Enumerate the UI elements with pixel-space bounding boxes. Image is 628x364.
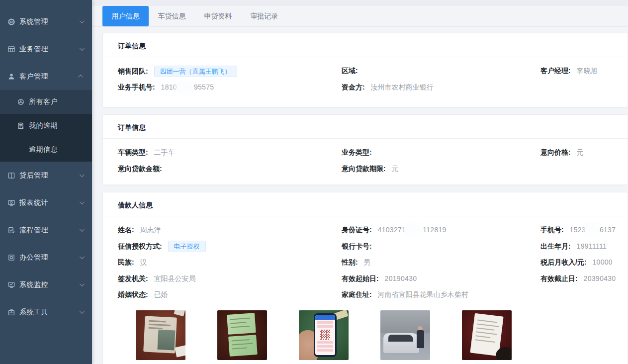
- sidebar-item-system-monitor[interactable]: 系统监控: [0, 271, 92, 298]
- redaction-blur: [178, 83, 193, 91]
- tab-user-info[interactable]: 用户信息: [102, 6, 149, 26]
- sidebar-item-label: 系统工具: [19, 308, 48, 317]
- sidebar-item-business-mgmt[interactable]: 业务管理: [0, 35, 92, 63]
- chevron-down-icon: [80, 309, 85, 314]
- sidebar-item-label: 所有客户: [29, 97, 58, 106]
- field-credit-auth: 征信授权方式: 电子授权: [118, 241, 342, 252]
- field-value: 已婚: [154, 290, 168, 298]
- sidebar-item-label: 客户管理: [19, 72, 48, 81]
- field-value: 19911111: [577, 242, 607, 250]
- sidebar-item-label: 系统监控: [19, 280, 48, 289]
- sidebar: 系统管理 业务管理 客户管理 所有客户: [0, 0, 92, 364]
- field-bank-card: 银行卡号:: [342, 242, 540, 251]
- field-value: 元: [392, 165, 399, 173]
- sidebar-item-system-mgmt[interactable]: 系统管理: [0, 8, 92, 35]
- field-value: 二手车: [154, 148, 175, 156]
- car-person-photo[interactable]: [380, 310, 430, 360]
- field-value-prefix: 4103271: [378, 226, 406, 234]
- paper-document-photo[interactable]: [462, 310, 512, 360]
- field-label: 民族:: [118, 258, 134, 266]
- sidebar-item-customer-mgmt[interactable]: 客户管理: [0, 63, 92, 90]
- customer-mgmt-submenu: 所有客户 我的逾期 逾期信息: [0, 90, 92, 162]
- field-value-suffix: 6137: [600, 226, 616, 234]
- chevron-down-icon: [80, 172, 85, 177]
- field-value: 河南省宜阳县花果山乡木柴村: [378, 290, 468, 298]
- user-icon: [7, 72, 15, 81]
- monitor-check-icon: [7, 280, 15, 289]
- field-value-suffix: 95575: [194, 83, 214, 91]
- sidebar-item-office-mgmt[interactable]: 办公管理: [0, 244, 92, 271]
- field-business-type: 业务类型:: [342, 148, 540, 157]
- field-value: 20390430: [584, 274, 616, 282]
- field-label: 客户经理:: [540, 67, 571, 75]
- field-label: 意向贷款期限:: [342, 165, 386, 173]
- sidebar-item-system-tools[interactable]: 系统工具: [0, 298, 92, 326]
- sidebar-item-label: 流程管理: [19, 226, 48, 235]
- tab-loan-application-docs[interactable]: 申贷资料: [195, 6, 241, 26]
- field-value: 汉: [140, 258, 147, 266]
- workflow-icon: [7, 226, 15, 234]
- field-label: 性别:: [342, 258, 358, 266]
- sidebar-item-label: 逾期信息: [29, 145, 58, 154]
- field-label: 婚姻状态:: [118, 290, 148, 298]
- photo-person-with-car[interactable]: 人车合影: [380, 310, 430, 364]
- sidebar-item-postloan-mgmt[interactable]: 贷后管理: [0, 162, 92, 189]
- phone-qr-photo[interactable]: [299, 310, 349, 360]
- chevron-down-icon: [80, 18, 85, 23]
- field-sales-team: 销售团队: 四团一营（直属王鹏飞）: [118, 66, 342, 77]
- field-label: 意向贷款金额:: [118, 165, 162, 173]
- borrower-info-card: 借款人信息 姓名: 周志洋 身份证号: 4103271112819 手机号: 1…: [102, 192, 628, 364]
- card-title: 订单信息: [103, 33, 628, 57]
- field-name: 姓名: 周志洋: [118, 226, 342, 235]
- photo-auth-screenshot[interactable]: 征信授权书: [299, 310, 349, 364]
- field-vehicle-type: 车辆类型: 二手车: [118, 148, 342, 157]
- chart-monitor-icon: [7, 198, 15, 207]
- sidebar-item-all-customers[interactable]: 所有客户: [0, 90, 92, 114]
- field-birth: 出生年月: 19911111: [540, 242, 628, 251]
- sidebar-item-label: 贷后管理: [19, 171, 48, 180]
- field-value: 宜阳县公安局: [154, 274, 196, 282]
- toolbox-icon: [7, 308, 15, 316]
- field-label: 手机号:: [540, 226, 564, 234]
- sidebar-item-label: 业务管理: [19, 45, 48, 54]
- photo-license-booklet[interactable]: 驾驶证副页: [217, 310, 267, 364]
- field-label: 业务手机号:: [118, 83, 155, 91]
- field-label: 区域:: [342, 67, 358, 75]
- redaction-blur: [586, 226, 599, 233]
- field-value: 李晓旭: [577, 67, 598, 75]
- tab-car-loan-info[interactable]: 车贷信息: [149, 6, 195, 26]
- tabbar-divider: [92, 26, 628, 27]
- grid-icon: [7, 45, 15, 53]
- field-value: 汝州市农村商业银行: [371, 83, 434, 91]
- field-label: 业务类型:: [342, 148, 372, 156]
- sidebar-item-my-overdue[interactable]: 我的逾期: [0, 114, 92, 138]
- field-value: 男: [364, 258, 371, 266]
- green-booklet-photo[interactable]: [217, 310, 267, 360]
- field-mobile: 手机号: 15236137: [540, 226, 628, 235]
- field-label: 出生年月:: [540, 242, 571, 250]
- field-intent-term: 意向贷款期限: 元: [342, 165, 540, 174]
- field-ethnicity: 民族: 汉: [118, 258, 342, 267]
- field-intent-price: 意向价格: 元: [540, 148, 628, 157]
- field-label: 车辆类型:: [118, 148, 148, 156]
- field-funder: 资金方: 汝州市农村商业银行: [342, 83, 540, 92]
- field-region: 区域:: [342, 67, 540, 76]
- field-value: 10000: [592, 258, 612, 266]
- sidebar-item-label: 我的逾期: [29, 121, 58, 130]
- field-value-prefix: 1523: [570, 226, 586, 234]
- photo-id-card[interactable]: 身份证: [136, 310, 185, 364]
- photo-other-document[interactable]: 其他材料: [462, 310, 512, 364]
- field-id-number: 身份证号: 4103271112819: [342, 226, 540, 235]
- id-card-photo[interactable]: [136, 310, 185, 360]
- chevron-down-icon: [80, 46, 85, 51]
- field-label: 银行卡号:: [342, 242, 372, 250]
- top-strip: [92, 0, 628, 5]
- sidebar-item-report-stats[interactable]: 报表统计: [0, 189, 92, 216]
- sidebar-item-process-mgmt[interactable]: 流程管理: [0, 216, 92, 244]
- sales-team-tag: 四团一营（直属王鹏飞）: [154, 66, 237, 77]
- field-gender: 性别: 男: [342, 258, 540, 267]
- tab-approval-records[interactable]: 审批记录: [241, 6, 287, 26]
- field-value: 周志洋: [140, 226, 161, 234]
- sidebar-item-overdue-info[interactable]: 逾期信息: [0, 138, 92, 162]
- field-label: 意向价格:: [540, 148, 571, 156]
